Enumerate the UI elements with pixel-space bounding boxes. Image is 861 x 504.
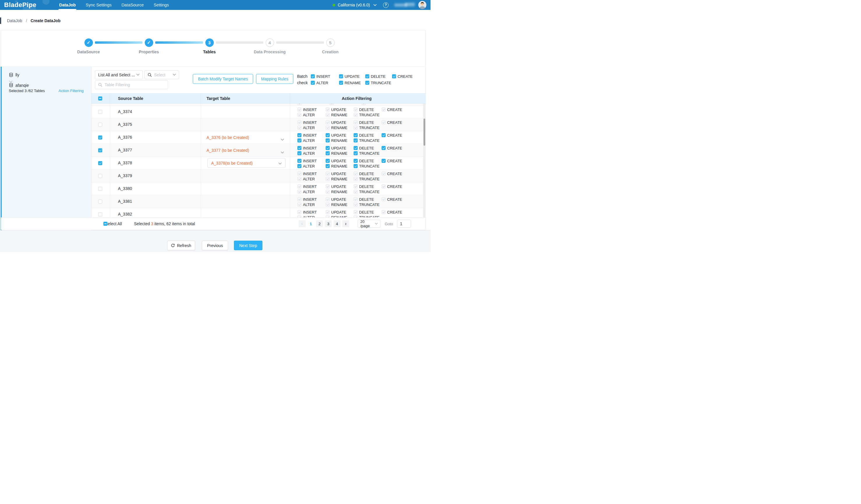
column-divider bbox=[110, 131, 110, 144]
row-checkbox[interactable] bbox=[98, 161, 102, 165]
batch-check-update-checkbox[interactable] bbox=[339, 74, 343, 78]
action-checkbox-create-checkbox[interactable] bbox=[382, 159, 386, 163]
action-checkbox-rename-checkbox[interactable] bbox=[326, 151, 330, 155]
page-size-value: 20 /page bbox=[360, 219, 375, 228]
row-checkbox[interactable] bbox=[98, 187, 102, 191]
action-checkbox-rename-label: RENAME bbox=[331, 177, 347, 181]
nav-item-settings[interactable]: Settings bbox=[153, 0, 169, 10]
database-icon bbox=[9, 72, 13, 77]
row-checkbox[interactable] bbox=[98, 213, 102, 216]
batch-check-rename-checkbox[interactable] bbox=[339, 81, 343, 85]
breadcrumb-datajob[interactable]: DataJob bbox=[7, 18, 22, 23]
action-checkbox-delete: DELETE bbox=[354, 158, 374, 163]
action-checkbox-alter-checkbox bbox=[297, 125, 301, 130]
next-step-button[interactable]: Next Step bbox=[234, 241, 262, 250]
row-checkbox[interactable] bbox=[98, 110, 102, 114]
action-checkbox-create-checkbox[interactable] bbox=[382, 133, 386, 137]
nav-item-datasource[interactable]: DataSource bbox=[121, 0, 144, 10]
action-checkbox-insert-checkbox[interactable] bbox=[297, 133, 301, 137]
action-checkbox-rename-checkbox[interactable] bbox=[326, 164, 330, 168]
row-checkbox[interactable] bbox=[98, 123, 102, 127]
batch-check-alter-checkbox[interactable] bbox=[311, 81, 315, 85]
action-checkbox-create-label: CREATE bbox=[387, 133, 402, 137]
action-checkbox-create: CREATE bbox=[382, 133, 402, 138]
row-checkbox[interactable] bbox=[98, 174, 102, 178]
action-checkbox-update-label: UPDATE bbox=[331, 185, 346, 189]
action-checkbox-update-checkbox[interactable] bbox=[326, 159, 330, 163]
batch-check-create-checkbox[interactable] bbox=[392, 74, 396, 78]
action-checkbox-delete-label: DELETE bbox=[359, 133, 374, 137]
action-checkbox-update-checkbox[interactable] bbox=[326, 146, 330, 150]
action-checkbox-truncate-label: TRUNCATE bbox=[359, 190, 380, 194]
action-checkbox-delete-checkbox bbox=[354, 172, 358, 176]
select-all-header-checkbox[interactable] bbox=[98, 96, 102, 100]
env-selector[interactable]: California (v0.6.0) bbox=[338, 3, 370, 7]
action-checkbox-delete-checkbox[interactable] bbox=[354, 133, 358, 137]
action-checkbox-insert-checkbox[interactable] bbox=[297, 159, 301, 163]
action-checkbox-update: UPDATE bbox=[326, 171, 346, 176]
action-checkbox-delete-checkbox[interactable] bbox=[354, 146, 358, 150]
pagination-next-button[interactable]: › bbox=[342, 220, 349, 227]
action-checkbox-alter-checkbox[interactable] bbox=[297, 164, 301, 168]
app-logo[interactable]: BladePipe bbox=[4, 1, 37, 9]
table-scrollbar-thumb[interactable] bbox=[424, 119, 425, 146]
action-checkbox-rename-checkbox[interactable] bbox=[326, 138, 330, 142]
action-checkbox-truncate-checkbox bbox=[354, 113, 358, 117]
page-size-select[interactable]: 20 /page bbox=[358, 220, 380, 228]
row-checkbox[interactable] bbox=[98, 148, 102, 152]
action-checkbox-truncate-checkbox bbox=[354, 125, 358, 130]
pagination-page-1[interactable]: 1 bbox=[307, 220, 314, 227]
column-divider bbox=[290, 118, 290, 131]
row-checkbox[interactable] bbox=[98, 200, 102, 204]
action-filtering-link[interactable]: Action Filtering bbox=[58, 88, 84, 93]
action-checkbox-truncate-checkbox bbox=[354, 215, 358, 217]
action-checkbox-truncate-checkbox[interactable] bbox=[354, 138, 358, 142]
target-table-value[interactable]: A_3377 (to be Created) bbox=[206, 148, 249, 153]
column-divider bbox=[290, 106, 290, 118]
refresh-button[interactable]: Refresh bbox=[167, 241, 195, 250]
batch-modify-target-names-button[interactable]: Batch Modify Target Names bbox=[193, 74, 253, 84]
previous-button[interactable]: Previous bbox=[202, 241, 228, 250]
batch-check-delete-checkbox[interactable] bbox=[365, 74, 369, 78]
pagination-page-3[interactable]: 3 bbox=[325, 220, 332, 227]
chevron-down-icon[interactable] bbox=[281, 149, 284, 155]
avatar[interactable] bbox=[418, 1, 426, 9]
mapping-rules-button[interactable]: Mapping Rules bbox=[256, 74, 293, 84]
action-checkbox-truncate-checkbox[interactable] bbox=[354, 164, 358, 168]
column-divider bbox=[290, 94, 290, 104]
batch-check-insert-checkbox[interactable] bbox=[311, 74, 315, 78]
select-dropdown[interactable]: Select bbox=[145, 70, 179, 79]
list-mode-dropdown[interactable]: List All and Select ... bbox=[95, 70, 143, 79]
nav-item-sync-settings[interactable]: Sync Settings bbox=[86, 0, 112, 10]
chevron-down-icon[interactable] bbox=[373, 4, 377, 6]
action-checkbox-delete-checkbox bbox=[354, 120, 358, 124]
step-label-4: Data Processing bbox=[245, 50, 295, 54]
nav-item-datajob[interactable]: DataJob bbox=[59, 0, 76, 10]
target-table-value[interactable]: A_3376 (to be Created) bbox=[206, 135, 249, 140]
help-icon[interactable]: ? bbox=[383, 2, 388, 8]
action-checkbox-rename: RENAME bbox=[326, 176, 347, 181]
batch-check-truncate-checkbox[interactable] bbox=[365, 81, 369, 85]
target-table-select[interactable]: A_3378(to be Created) bbox=[207, 158, 285, 168]
action-checkbox-insert-checkbox bbox=[297, 172, 301, 176]
column-divider bbox=[201, 144, 201, 156]
pagination-page-4[interactable]: 4 bbox=[333, 220, 341, 227]
action-checkbox-create-checkbox[interactable] bbox=[382, 146, 386, 150]
action-checkbox-update-checkbox[interactable] bbox=[326, 133, 330, 137]
chevron-down-icon bbox=[375, 223, 378, 224]
action-checkbox-alter-checkbox[interactable] bbox=[297, 151, 301, 155]
datasource-sidebar: lly afanqie Selected 3 /62 Tables Action… bbox=[1, 67, 92, 230]
select-all-checkbox[interactable] bbox=[104, 222, 108, 226]
action-checkbox-rename: RENAME bbox=[326, 189, 347, 194]
action-checkbox-rename: RENAME bbox=[326, 138, 347, 143]
action-checkbox-delete-checkbox[interactable] bbox=[354, 159, 358, 163]
goto-page-input[interactable] bbox=[397, 220, 411, 228]
action-checkbox-alter-checkbox[interactable] bbox=[297, 138, 301, 142]
action-checkbox-update-checkbox bbox=[326, 120, 330, 124]
table-filter-input[interactable] bbox=[105, 82, 165, 87]
pagination-page-2[interactable]: 2 bbox=[316, 220, 323, 227]
action-checkbox-truncate-checkbox[interactable] bbox=[354, 151, 358, 155]
action-checkbox-insert-checkbox[interactable] bbox=[297, 146, 301, 150]
row-checkbox[interactable] bbox=[98, 135, 102, 139]
chevron-down-icon[interactable] bbox=[281, 137, 284, 142]
